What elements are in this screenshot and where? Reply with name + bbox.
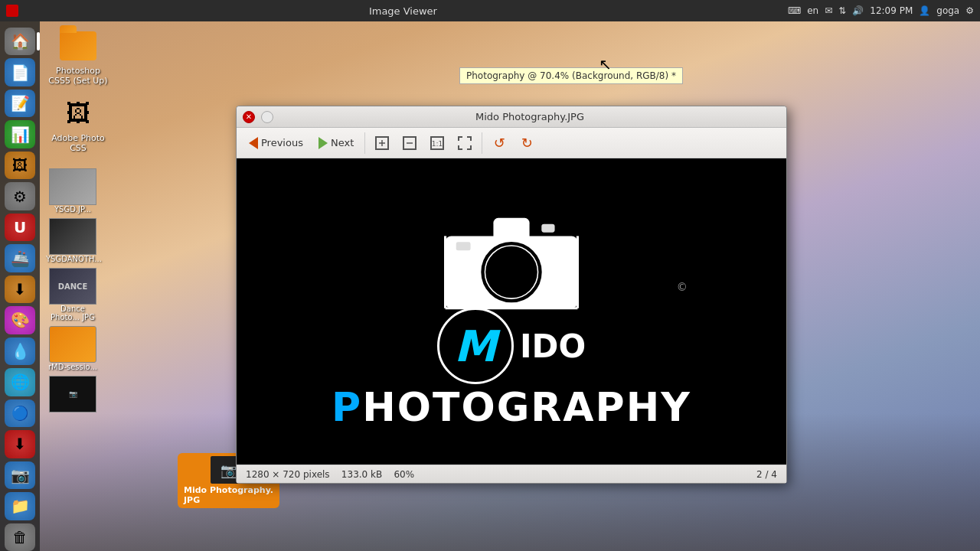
svg-rect-11 [456, 242, 471, 250]
desktop: Image Viewer ⌨ en ✉ ⇅ 🔊 12:09 PM 👤 goga … [0, 0, 980, 551]
clock: 12:09 PM [870, 5, 913, 16]
dl2-icon: ⬇ [14, 435, 27, 453]
ship-icon: 🚢 [11, 249, 30, 268]
rotate-right-button[interactable]: ↻ [514, 132, 539, 154]
filemanager-icon: 📁 [11, 497, 30, 515]
psd-icon: 🖼 [12, 156, 28, 174]
chrome-icon: 🔵 [11, 405, 28, 421]
photoshop-label: Photoshop CSS5 (Set Up) [47, 66, 109, 86]
window-minimize-button[interactable] [261, 111, 273, 123]
mido-mini-logo: 📷 [220, 462, 237, 478]
thumb-ysgdanoth-img [49, 218, 96, 255]
drop-icon: 💧 [11, 342, 30, 360]
next-label: Next [331, 137, 354, 148]
photography-rest: HOTOGRAPHY [362, 384, 691, 430]
thumb-mido-bottom[interactable]: 📷 [46, 376, 100, 412]
home-icon: 🏠 [11, 32, 30, 51]
thumb-dance[interactable]: DANCE Dance Photo... JPG [46, 268, 100, 321]
toolbar-separator-1 [364, 132, 365, 154]
zoom-actual-button[interactable]: 1:1 [425, 132, 449, 154]
sidebar-item-trash[interactable]: 🗑 [5, 523, 35, 551]
user-icon: 👤 [919, 5, 930, 16]
sidebar-item-chrome[interactable]: 🔵 [5, 399, 35, 427]
rotate-left-icon: ↺ [494, 135, 505, 151]
sidebar-item-globe[interactable]: 🌐 [5, 368, 35, 396]
trash-icon: 🗑 [12, 528, 28, 546]
download-icon: ⬇ [14, 280, 27, 298]
rotate-left-button[interactable]: ↺ [487, 132, 511, 154]
desktop-icon-adobe[interactable]: 🖼 Adobe Photo CSS [47, 95, 109, 153]
image-viewer-window[interactable]: ✕ Mido Photography.JPG Previous Next [236, 106, 787, 484]
sidebar-item-ship[interactable]: 🚢 [5, 244, 35, 272]
image-display-area: M IDO PHOTOGRAPHY © [237, 158, 786, 465]
network-icon: ⇅ [838, 5, 846, 16]
thumb-dance-img: DANCE [49, 268, 96, 305]
camera-icon: 📷 [11, 466, 30, 484]
mido-m-letter: M [454, 321, 497, 371]
taskbar-title: Image Viewer [369, 5, 437, 17]
sidebar-item-psd[interactable]: 🖼 [5, 152, 35, 179]
fullscreen-icon [457, 135, 472, 151]
sidebar: 🏠 📄 📝 📊 🖼 ⚙ U 🚢 ⬇ 🎨 💧 [0, 21, 40, 551]
thumb-rmd[interactable]: rMD-sessio... [46, 326, 100, 371]
settings-icon: ⚙ [965, 5, 974, 16]
image-dimensions: 980 × 551 pixels 133.0 kB 60% [246, 469, 414, 480]
sidebar-item-camera[interactable]: 📷 [5, 461, 35, 489]
volume-icon: 🔊 [852, 5, 864, 16]
copyright-symbol: © [677, 281, 688, 293]
sidebar-arrow [37, 32, 40, 51]
adobe-icon: 🖼 [60, 95, 96, 132]
thumb-dance-label: Dance Photo... JPG [46, 305, 100, 321]
mido-icon-label: Mido Photography.JPG [184, 485, 273, 505]
taskbar: Image Viewer ⌨ en ✉ ⇅ 🔊 12:09 PM 👤 goga … [0, 0, 980, 21]
zoom-fit-icon [374, 135, 390, 151]
gear-icon: ⚙ [13, 187, 27, 206]
username: goga [936, 5, 959, 16]
svg-point-10 [485, 246, 537, 298]
window-statusbar: 980 × 551 pixels 133.0 kB 60% 2 / 4 [237, 465, 786, 483]
next-button[interactable]: Next [312, 134, 360, 152]
mido-name-row: M IDO [437, 308, 586, 384]
sheet-icon: 📊 [11, 126, 30, 144]
mido-circle: M [437, 308, 514, 384]
thumb-ysgd[interactable]: YSGD.JP... [46, 168, 100, 214]
lang-indicator: en [807, 5, 818, 16]
svg-text:1:1: 1:1 [432, 140, 443, 148]
sidebar-item-download[interactable]: ⬇ [5, 276, 35, 303]
sidebar-item-files[interactable]: 📄 [5, 58, 35, 86]
thumb-ysgd-img [49, 168, 96, 205]
taskbar-red-btn [6, 5, 18, 17]
sidebar-item-dl2[interactable]: ⬇ [5, 430, 35, 458]
fullscreen-button[interactable] [452, 132, 477, 154]
keyboard-indicator: ⌨ [788, 5, 801, 16]
desktop-icon-photoshop[interactable]: Photoshop CSS5 (Set Up) [47, 28, 109, 86]
window-close-button[interactable]: ✕ [243, 111, 255, 123]
zoom-out-button[interactable] [397, 132, 422, 154]
tooltip-text: Photography @ 70.4% (Background, RGB/8) … [466, 70, 676, 81]
thumb-ysgdanoth-label: YSGDANOTH... [46, 255, 100, 263]
tooltip: Photography @ 70.4% (Background, RGB/8) … [459, 67, 683, 84]
sidebar-item-text[interactable]: 📝 [5, 90, 35, 117]
zoom-fit-button[interactable] [370, 132, 394, 154]
sidebar-item-settings[interactable]: ⚙ [5, 182, 35, 210]
sidebar-item-color[interactable]: 🎨 [5, 306, 35, 334]
svg-rect-12 [541, 224, 554, 233]
thumb-ysgdanoth[interactable]: YSGDANOTH... [46, 218, 100, 263]
sidebar-item-u[interactable]: U [5, 214, 35, 241]
mail-icon: ✉ [825, 5, 832, 16]
sidebar-item-sheet[interactable]: 📊 [5, 120, 35, 148]
image-position: 2 / 4 [756, 469, 777, 480]
files-icon: 📄 [11, 64, 30, 82]
window-titlebar: ✕ Mido Photography.JPG [237, 106, 786, 128]
sidebar-item-filemanager[interactable]: 📁 [5, 492, 35, 520]
rotate-right-icon: ↻ [521, 135, 533, 151]
sidebar-item-drop[interactable]: 💧 [5, 337, 35, 365]
previous-button[interactable]: Previous [243, 134, 309, 152]
window-toolbar: Previous Next [237, 128, 786, 158]
folder-icon [60, 28, 96, 64]
previous-arrow-icon [249, 137, 258, 149]
previous-label: Previous [261, 137, 303, 148]
svg-rect-8 [493, 218, 529, 241]
thumb-rmd-label: rMD-sessio... [48, 363, 97, 371]
sidebar-item-home[interactable]: 🏠 [5, 28, 35, 55]
